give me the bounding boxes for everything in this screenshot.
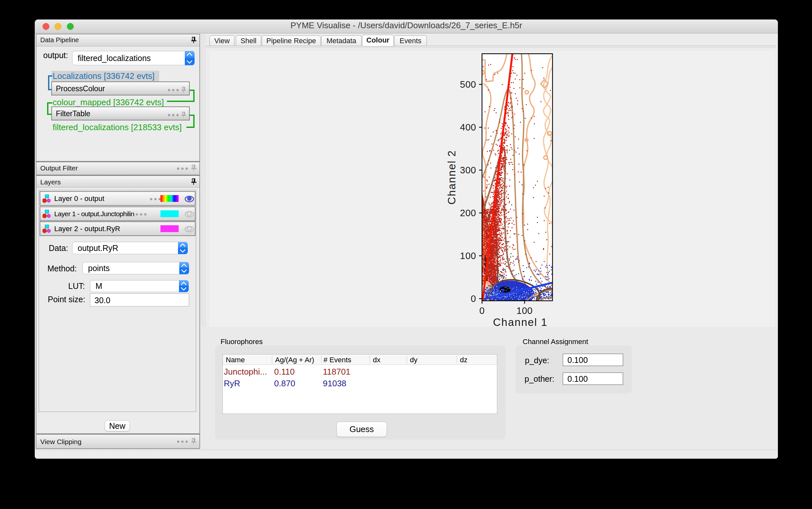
svg-text:100: 100: [516, 305, 533, 316]
svg-text:200: 200: [460, 208, 476, 218]
svg-text:Channel 2: Channel 2: [446, 150, 458, 205]
svg-text:Channel 1: Channel 1: [493, 316, 548, 328]
svg-text:100: 100: [460, 250, 476, 261]
svg-text:300: 300: [460, 165, 476, 175]
svg-text:500: 500: [460, 79, 476, 90]
svg-text:400: 400: [460, 122, 476, 132]
svg-text:0: 0: [470, 294, 476, 304]
svg-text:0: 0: [479, 305, 485, 316]
